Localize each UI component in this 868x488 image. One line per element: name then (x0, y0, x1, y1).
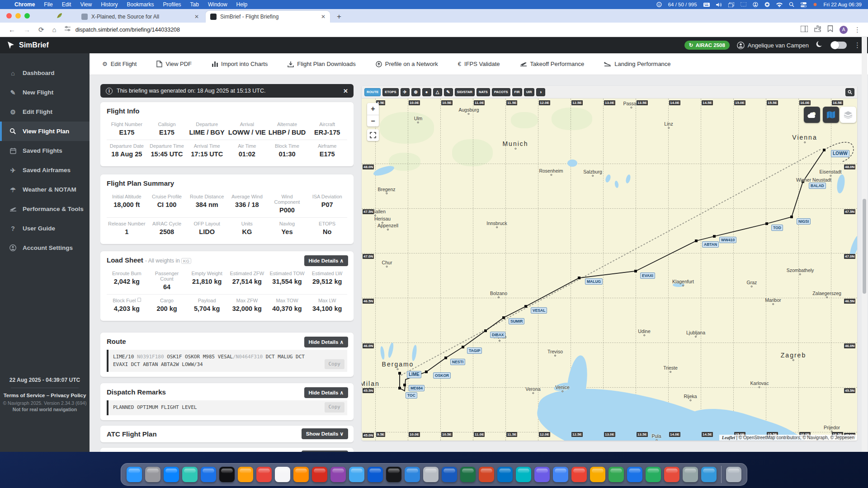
menu-edit[interactable]: Edit (62, 1, 71, 8)
map-tool-icon[interactable]: ✎ (444, 88, 453, 96)
sidebar-item-weather-notam[interactable]: ☂Weather & NOTAM (0, 180, 90, 199)
terms-link[interactable]: Terms of Service (4, 393, 45, 398)
toolbar-import-into-charts[interactable]: Import into Charts (212, 61, 268, 67)
dock-app-icon[interactable] (164, 467, 179, 482)
map-tool-etops[interactable]: ETOPS (382, 88, 398, 96)
sidebar-item-saved-airframes[interactable]: ✈Saved Airframes (0, 160, 90, 180)
toolbar-edit-flight[interactable]: ⚙Edit Flight (102, 61, 137, 67)
zoom-in-button[interactable]: + (367, 103, 379, 115)
forward-icon[interactable]: → (24, 26, 30, 33)
charts-layer-button[interactable] (823, 107, 839, 123)
dock-app-icon[interactable] (405, 467, 420, 482)
map-tool-icon[interactable]: ✈ (401, 88, 410, 96)
waypoint-abtan[interactable]: ABTAN (702, 241, 719, 248)
menu-tab[interactable]: Tab (190, 1, 199, 8)
map-search-button[interactable] (845, 88, 854, 96)
stats-icon[interactable]: G (656, 2, 662, 7)
dock-app-icon[interactable] (386, 467, 401, 482)
dock-app-icon[interactable] (553, 467, 568, 482)
toolbar-takeoff-performance[interactable]: Takeoff Performance (520, 61, 585, 67)
hide-details-button[interactable]: Hide Details ∧ (304, 337, 348, 347)
dock-app-icon[interactable] (293, 467, 309, 482)
menubar-clock[interactable]: Fri 22 Aug 06:39 (824, 2, 862, 7)
map-tool-icon[interactable]: ● (422, 88, 431, 96)
waypoint-me684[interactable]: ME684 (409, 385, 425, 391)
sidebar-item-user-guide[interactable]: ?User Guide (0, 219, 90, 238)
menu-chrome[interactable]: Chrome (14, 1, 35, 8)
browser-profile-icon[interactable] (56, 12, 63, 19)
dock-app-icon[interactable] (423, 467, 439, 482)
map-tool-icon[interactable]: ⊕ (411, 88, 420, 96)
address-bar[interactable]: dispatch.simbrief.com/briefing/144033208 (64, 25, 801, 34)
tab-close-icon[interactable]: ✕ (321, 14, 326, 20)
dock-app-icon[interactable] (256, 467, 272, 482)
map-tool-icon[interactable]: △ (433, 88, 442, 96)
sidebar-item-edit-flight[interactable]: ⚙Edit Flight (0, 102, 90, 122)
waypoint-balad[interactable]: BALAD (809, 183, 826, 189)
waypoint-lime[interactable]: LIME (407, 371, 421, 378)
dock-app-icon[interactable] (182, 467, 198, 482)
hide-details-button[interactable]: Hide Details ∧ (304, 387, 348, 398)
map-tool-nats[interactable]: NATS (476, 88, 490, 96)
siri-icon[interactable] (764, 2, 770, 7)
map-tool-icon[interactable]: ◑ (536, 88, 545, 96)
user-menu[interactable]: Angelique van Campen (737, 42, 809, 49)
dock-app-icon[interactable] (497, 467, 513, 482)
toolbar-ifps-validate[interactable]: €IFPS Validate (458, 61, 500, 67)
close-window-button[interactable] (6, 13, 12, 19)
dock-app-icon[interactable] (664, 467, 679, 482)
map-zoom-control[interactable]: + − (367, 103, 379, 127)
focus-icon[interactable] (753, 2, 758, 7)
menu-history[interactable]: History (101, 1, 118, 8)
tab-simbrief[interactable]: SimBrief - Flight Briefing ✕ (206, 11, 330, 23)
dark-mode-moon-icon[interactable] (816, 41, 823, 50)
dock-app-icon[interactable] (238, 467, 253, 482)
menu-view[interactable]: View (80, 1, 92, 8)
layers-button[interactable] (840, 107, 856, 123)
map-tool-route[interactable]: ROUTE (364, 88, 381, 96)
waypoint-loww[interactable]: LOWW (831, 150, 849, 157)
dock-app-icon[interactable] (571, 467, 587, 482)
hide-details-button[interactable]: Hide Details ∧ (304, 255, 348, 266)
show-details-button[interactable]: Show Details ∨ (302, 450, 348, 452)
dock-app-icon[interactable] (646, 467, 661, 482)
waypoint-tod[interactable]: TOD (771, 225, 783, 231)
dock-app-icon[interactable] (330, 467, 346, 482)
bookmarks-icon[interactable] (827, 25, 833, 34)
dock-app-icon[interactable] (127, 467, 142, 482)
tab-x-plained[interactable]: X-Plained, the Source for All ✕ (77, 11, 203, 23)
airac-badge[interactable]: ↻AIRAC 2508 (684, 41, 730, 50)
home-icon[interactable]: ⌂ (52, 26, 57, 33)
alert-close-icon[interactable]: ✕ (343, 88, 348, 94)
scrollbar-thumb[interactable] (863, 199, 866, 294)
site-settings-icon[interactable] (64, 25, 71, 34)
dock-app-icon[interactable] (701, 467, 717, 482)
sidebar-item-saved-flights[interactable]: Saved Flights (0, 141, 90, 160)
sidebar-item-dashboard[interactable]: ⌂Dashboard (0, 63, 90, 83)
theme-toggle[interactable] (830, 42, 847, 49)
tab-close-icon[interactable]: ✕ (194, 14, 199, 20)
show-details-button[interactable]: Show Details ∨ (302, 428, 348, 439)
toolbar-landing-performance[interactable]: Landing Performance (604, 61, 670, 67)
privacy-link[interactable]: Privacy Policy (51, 393, 86, 398)
waypoint-evaxi[interactable]: EVAXI (640, 272, 655, 279)
waypoint-nesti[interactable]: NESTI (450, 359, 465, 365)
dock-app-icon[interactable] (516, 467, 531, 482)
dock-app-icon[interactable] (312, 467, 327, 482)
simbrief-logo[interactable]: SimBrief (6, 41, 49, 50)
sidebar-item-new-flight[interactable]: ✎New Flight (0, 83, 90, 102)
dock-app-icon[interactable] (442, 467, 457, 482)
side-panel-icon[interactable] (801, 26, 808, 34)
volume-icon[interactable] (716, 2, 722, 7)
reload-icon[interactable]: ⟳ (38, 26, 44, 34)
waypoint-malug[interactable]: MALUG (585, 278, 603, 285)
menu-bookmarks[interactable]: Bookmarks (127, 1, 154, 8)
sidebar-item-account-settings[interactable]: Account Settings (0, 238, 90, 258)
copy-button[interactable]: Copy (325, 359, 345, 370)
waypoint-nigsi[interactable]: NIGSI (797, 218, 811, 225)
dock-app-icon[interactable] (627, 467, 642, 482)
display-icon[interactable] (741, 2, 746, 7)
trash-icon[interactable] (726, 467, 741, 482)
dock-app-icon[interactable] (201, 467, 216, 482)
map-canvas[interactable]: + − Leaflet | © OpenStreetMap contributo… (362, 99, 857, 441)
